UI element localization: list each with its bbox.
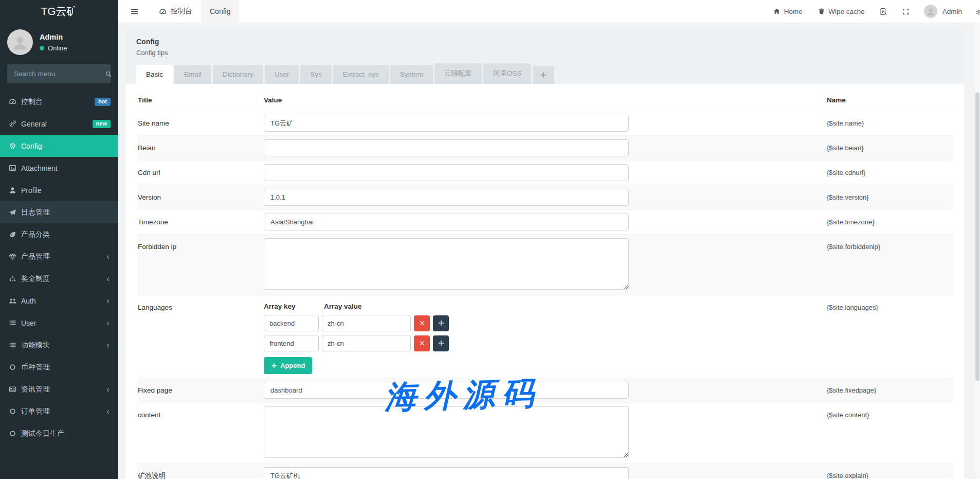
sidebar-menu: 控制台 hot General new Config Attachment Pr…: [0, 91, 118, 445]
navbar-tab-dashboard[interactable]: 控制台: [150, 0, 201, 23]
sidebar-item-news[interactable]: 资讯管理 ‹: [0, 378, 118, 400]
sidebar-item-product-manage[interactable]: 产品管理 ‹: [0, 245, 118, 268]
content-textarea[interactable]: [264, 406, 629, 458]
cogs-icon: [975, 7, 980, 15]
array-value-input[interactable]: [322, 315, 411, 331]
badge-hot: hot: [95, 98, 111, 106]
tab-alioss[interactable]: 阿里OSS: [483, 63, 532, 84]
online-dot-icon: [40, 46, 44, 50]
language-icon: [880, 8, 887, 15]
scrollbar-thumb[interactable]: [975, 93, 979, 381]
user-avatar-icon: [11, 33, 29, 51]
wipe-cache-button[interactable]: Wipe cache: [810, 0, 873, 23]
page-subtitle: Config tips: [136, 49, 953, 57]
move-row-button[interactable]: [433, 335, 449, 351]
badge-new: new: [93, 120, 111, 128]
user-avatar-icon: [926, 7, 935, 16]
panel-heading: Config Config tips Basic Email Dictionar…: [125, 30, 964, 84]
array-value-input[interactable]: [322, 335, 411, 351]
image-icon: [9, 164, 21, 172]
append-button[interactable]: Append: [264, 357, 312, 374]
plus-icon: [540, 72, 547, 79]
list-icon: [9, 319, 21, 327]
circle-icon: [9, 430, 21, 437]
language-button[interactable]: [873, 0, 895, 23]
cdn-url-input[interactable]: [264, 164, 629, 181]
sidebar-item-logs[interactable]: 日志管理: [0, 201, 118, 223]
user-status: Online: [40, 44, 67, 52]
beian-input[interactable]: [264, 139, 629, 156]
sidebar-item-product-category[interactable]: 产品分类: [0, 223, 118, 245]
sidebar: TG云矿 Admin Online 控制台 hot General new Co…: [0, 0, 118, 479]
hamburger-icon[interactable]: [118, 7, 150, 16]
sidebar-item-profile[interactable]: Profile: [0, 179, 118, 201]
search-icon[interactable]: [105, 70, 112, 78]
remove-row-button[interactable]: [414, 335, 430, 351]
config-panel: Config Config tips Basic Email Dictionar…: [125, 30, 964, 479]
brand-logo[interactable]: TG云矿: [0, 0, 118, 23]
sidebar-item-dashboard[interactable]: 控制台 hot: [0, 91, 118, 113]
tab-yunliao[interactable]: 云聊配置: [434, 63, 482, 84]
tab-user[interactable]: User: [265, 65, 299, 84]
vertical-scrollbar[interactable]: [975, 23, 980, 479]
sidebar-item-currency[interactable]: 币种管理: [0, 356, 118, 378]
page-title: Config: [136, 38, 953, 46]
add-tab-button[interactable]: [533, 66, 554, 84]
sidebar-search: [7, 64, 111, 83]
content-area: Config Config tips Basic Email Dictionar…: [118, 23, 980, 479]
sidebar-item-auth[interactable]: Auth ‹: [0, 290, 118, 312]
forbidden-ip-textarea[interactable]: [264, 238, 629, 290]
tab-dictionary[interactable]: Dictionary: [213, 65, 263, 84]
chevron-left-icon: ‹: [106, 407, 110, 416]
sidebar-item-attachment[interactable]: Attachment: [0, 157, 118, 179]
tab-sys[interactable]: Sys: [300, 65, 332, 84]
table-row: Beian {$site.beian}: [138, 135, 953, 160]
expand-icon: [902, 8, 910, 15]
gear-icon: [9, 142, 21, 150]
fullscreen-button[interactable]: [895, 0, 917, 23]
paper-plane-icon: [9, 208, 21, 216]
site-name-input[interactable]: [264, 115, 629, 132]
sidebar-item-user[interactable]: User ‹: [0, 312, 118, 334]
array-key-input[interactable]: [264, 315, 319, 331]
top-navbar: 控制台 Config Home Wipe cache Admin: [118, 0, 980, 23]
navbar-tab-config[interactable]: Config: [201, 0, 239, 23]
tab-extract-sys[interactable]: Extract_sys: [333, 65, 389, 84]
tab-email[interactable]: Email: [174, 65, 211, 84]
admin-menu[interactable]: Admin: [917, 0, 969, 23]
close-icon: [419, 320, 425, 326]
move-icon: [438, 340, 444, 346]
pool-explain-input[interactable]: [264, 467, 629, 479]
tab-system[interactable]: System: [390, 65, 433, 84]
users-icon: [9, 297, 21, 305]
sidebar-item-general[interactable]: General new: [0, 113, 118, 135]
sidebar-item-bonus[interactable]: 奖金制度 ‹: [0, 268, 118, 290]
avatar: [924, 5, 937, 18]
avatar[interactable]: [7, 29, 33, 55]
table-row: 矿池说明 {$site.explain}: [138, 463, 953, 479]
move-icon: [438, 320, 444, 326]
home-icon: [773, 8, 781, 15]
sidebar-item-test-production[interactable]: 测试今日生产: [0, 422, 118, 445]
timezone-input[interactable]: [264, 214, 629, 230]
sidebar-item-orders[interactable]: 订单管理 ‹: [0, 400, 118, 422]
remove-row-button[interactable]: [414, 315, 430, 331]
settings-cogs-button[interactable]: [969, 7, 980, 15]
home-button[interactable]: Home: [766, 0, 810, 23]
cogs-icon: [9, 120, 21, 128]
table-row: Version {$site.version}: [138, 185, 953, 209]
array-key-input[interactable]: [264, 335, 319, 351]
fixed-page-input[interactable]: [264, 382, 629, 399]
sidebar-item-config[interactable]: Config: [0, 135, 118, 157]
plus-icon: [271, 363, 277, 369]
sidebar-item-modules[interactable]: 功能模块 ‹: [0, 334, 118, 356]
version-input[interactable]: [264, 189, 629, 206]
chevron-left-icon: ‹: [106, 274, 110, 283]
move-row-button[interactable]: [433, 315, 449, 331]
circle-icon: [9, 363, 21, 371]
tab-basic[interactable]: Basic: [136, 65, 173, 84]
array-headers: Array key Array value: [264, 303, 827, 310]
newspaper-icon: [9, 385, 21, 393]
search-input[interactable]: [14, 70, 105, 78]
table-row: Timezone {$site.timezone}: [138, 209, 953, 234]
